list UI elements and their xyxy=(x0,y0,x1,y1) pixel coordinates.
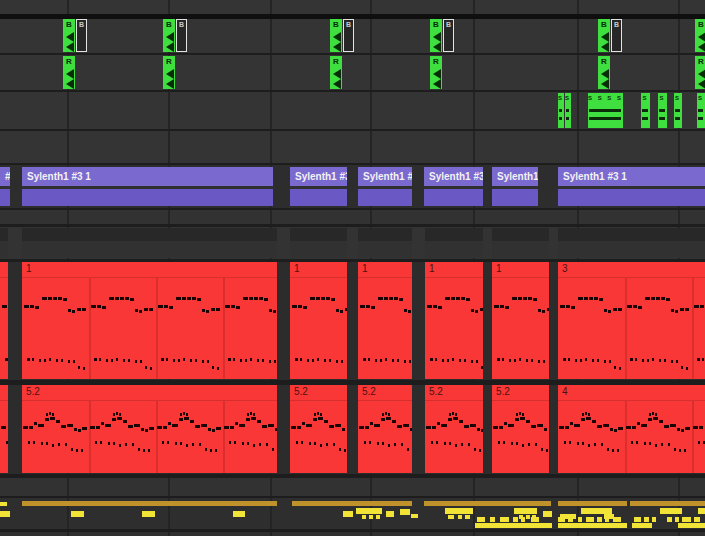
grid-line xyxy=(473,532,475,536)
clip-audio-mini[interactable]: R xyxy=(163,56,175,89)
clip-midi-purple[interactable]: Sylenth1 # xyxy=(358,167,412,206)
midi-note-yellow xyxy=(369,515,373,519)
clip-audio-s[interactable]: S xyxy=(674,93,682,128)
clip-midi-red[interactable] xyxy=(0,385,8,473)
midi-note xyxy=(388,413,390,416)
midi-note xyxy=(215,449,217,452)
clip-audio-mini[interactable]: R xyxy=(63,56,75,89)
midi-note xyxy=(475,310,478,313)
midi-note xyxy=(503,441,505,444)
clip-title: B xyxy=(598,19,610,31)
track-lane[interactable] xyxy=(0,210,705,224)
clip-audio-mini[interactable]: B xyxy=(163,19,175,52)
clip-audio-mini[interactable]: B xyxy=(330,19,342,52)
midi-note xyxy=(597,425,602,428)
clip-ghost[interactable] xyxy=(558,228,705,258)
midi-note xyxy=(449,413,451,416)
midi-note xyxy=(157,426,162,429)
grid-line xyxy=(270,210,272,224)
clip-midi-purple[interactable]: Sylenth1 #3 xyxy=(290,167,347,206)
clip-midi-red[interactable]: 1 xyxy=(358,262,412,379)
clip-title: B xyxy=(163,19,175,31)
track-lane[interactable] xyxy=(0,131,705,163)
clip-midi-red[interactable]: 5.2 xyxy=(492,385,549,473)
clip-audio-mini[interactable]: B xyxy=(63,19,75,52)
clip-midi-purple[interactable]: Sylenth1 #3 1 xyxy=(558,167,705,206)
clip-midi-red[interactable]: 1 xyxy=(290,262,347,379)
clip-midi-red[interactable]: 5.2 xyxy=(290,385,347,473)
clip-midi-purple[interactable]: # xyxy=(0,167,10,206)
midi-note xyxy=(523,297,527,300)
track-lane[interactable] xyxy=(0,478,705,496)
clip-audio-mini[interactable]: B xyxy=(598,19,610,52)
clip-title-underline xyxy=(358,400,412,401)
clip-audio-s[interactable]: S xyxy=(565,93,571,128)
midi-note xyxy=(666,298,670,301)
midi-note xyxy=(128,425,133,428)
midi-note xyxy=(50,417,55,420)
midi-note xyxy=(445,297,450,300)
track-lane[interactable] xyxy=(0,532,705,536)
clip-midi-red[interactable]: 5.2 xyxy=(358,385,412,473)
clip-audio-s[interactable]: S xyxy=(697,93,705,128)
clip-audio-mini[interactable]: R xyxy=(598,56,610,89)
midi-note xyxy=(335,424,341,427)
clip-title-underline xyxy=(290,277,347,278)
midi-note xyxy=(254,297,258,300)
clip-audio-s[interactable]: S xyxy=(558,93,564,128)
clip-selected-outline[interactable]: B xyxy=(76,19,87,52)
clip-audio-mini[interactable]: R xyxy=(430,56,442,89)
bar-line xyxy=(156,277,158,379)
clip-ghost[interactable] xyxy=(290,228,347,258)
clip-selected-outline[interactable]: B xyxy=(343,19,354,52)
clip-midi-red[interactable] xyxy=(0,262,8,379)
midi-note xyxy=(397,425,402,428)
clip-midi-red[interactable]: 5.2 xyxy=(425,385,483,473)
midi-note xyxy=(23,426,28,429)
midi-note xyxy=(535,443,537,446)
midi-note xyxy=(242,442,244,445)
clip-title-underline xyxy=(425,277,483,278)
clip-audio-s[interactable]: S xyxy=(641,93,650,128)
midi-note xyxy=(565,426,569,429)
midi-note xyxy=(101,422,104,425)
clip-audio-mini[interactable]: R xyxy=(695,56,705,89)
clip-title: B xyxy=(612,20,621,30)
midi-note xyxy=(58,443,60,446)
clip-selected-outline[interactable]: B xyxy=(176,19,187,52)
clip-midi-red[interactable]: 3 xyxy=(558,262,705,379)
clip-midi-red[interactable]: 1 xyxy=(492,262,549,379)
track-lane[interactable] xyxy=(0,0,705,14)
clip-ghost[interactable] xyxy=(22,228,277,258)
clip-midi-red[interactable]: 1 xyxy=(22,262,277,379)
clip-midi-purple[interactable]: Sylenth1 # xyxy=(492,167,538,206)
midi-note xyxy=(76,449,78,452)
midi-note xyxy=(71,448,73,451)
clip-ghost[interactable] xyxy=(492,228,549,258)
clip-audio-mini[interactable]: B xyxy=(695,19,705,52)
clip-audio-mini[interactable]: R xyxy=(330,56,342,89)
midi-note xyxy=(148,449,150,452)
clip-audio-s[interactable]: S xyxy=(658,93,667,128)
midi-note-yellow xyxy=(458,515,462,519)
clip-midi-red[interactable]: 1 xyxy=(425,262,483,379)
clip-midi-red[interactable]: 5.2 xyxy=(22,385,277,473)
midi-note xyxy=(408,310,411,313)
clip-midi-purple[interactable]: Sylenth1 #3 1 xyxy=(22,167,273,206)
midi-note xyxy=(638,306,642,309)
clip-audio-s[interactable]: S S S S xyxy=(588,93,623,128)
clip-ghost[interactable] xyxy=(0,228,8,258)
clip-midi-red[interactable]: 4 xyxy=(558,385,705,473)
clip-selected-outline[interactable]: B xyxy=(443,19,454,52)
clip-selected-outline[interactable]: B xyxy=(611,19,622,52)
clip-ghost[interactable] xyxy=(425,228,483,258)
midi-note xyxy=(125,443,127,446)
clip-midi-purple[interactable]: Sylenth1 #3 xyxy=(424,167,483,206)
clip-title xyxy=(290,228,347,241)
clip-title: R xyxy=(163,56,175,68)
midi-note xyxy=(65,443,67,446)
clip-audio-mini[interactable]: B xyxy=(430,19,442,52)
clip-ghost[interactable] xyxy=(358,228,412,258)
midi-note xyxy=(249,297,253,300)
midi-note xyxy=(592,420,596,423)
